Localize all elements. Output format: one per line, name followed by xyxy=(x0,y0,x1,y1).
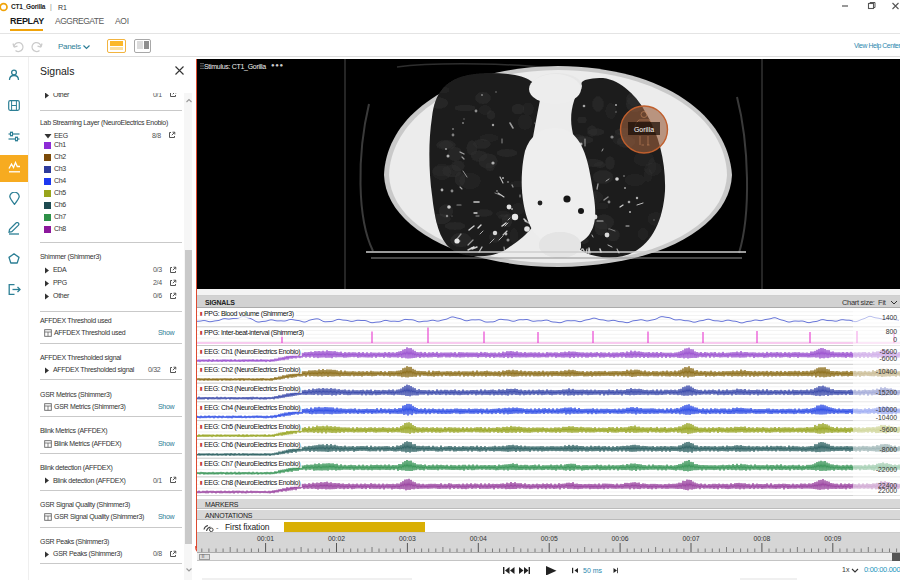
svg-text:-15200: -15200 xyxy=(876,389,897,396)
svg-text:1400: 1400 xyxy=(882,314,897,321)
svg-text:00:08: 00:08 xyxy=(753,535,770,542)
svg-text:Gorilla: Gorilla xyxy=(634,126,654,133)
svg-text:-10400: -10400 xyxy=(876,414,897,421)
svg-text:0: 0 xyxy=(893,336,897,343)
svg-text:00:01: 00:01 xyxy=(257,535,274,542)
svg-text:-6000: -6000 xyxy=(880,355,898,362)
svg-text:00:06: 00:06 xyxy=(612,535,629,542)
svg-text:-5600: -5600 xyxy=(880,348,898,355)
svg-text:22000: 22000 xyxy=(878,487,897,494)
svg-text:00:03: 00:03 xyxy=(399,535,416,542)
svg-text:-10000: -10000 xyxy=(876,406,897,413)
svg-text:00:04: 00:04 xyxy=(470,535,487,542)
svg-text:-9600: -9600 xyxy=(880,426,898,433)
svg-text:-8000: -8000 xyxy=(880,446,898,453)
svg-text:00:09: 00:09 xyxy=(824,535,841,542)
svg-text:00:05: 00:05 xyxy=(541,535,558,542)
svg-text:800: 800 xyxy=(886,328,898,335)
svg-text:-22000: -22000 xyxy=(876,466,897,473)
svg-text:00:02: 00:02 xyxy=(328,535,345,542)
svg-text:-10400: -10400 xyxy=(876,368,897,375)
svg-text:00:07: 00:07 xyxy=(682,535,699,542)
